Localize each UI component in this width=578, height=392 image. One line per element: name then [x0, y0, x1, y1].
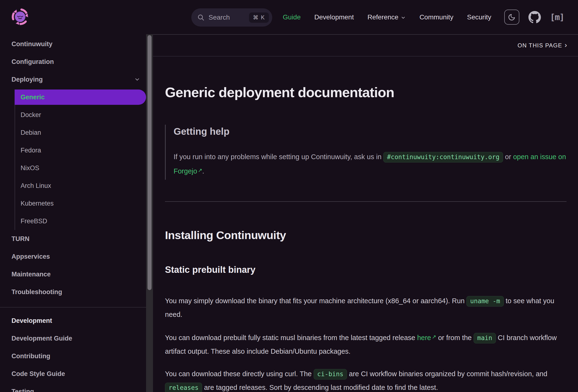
sidebar-item-troubleshooting[interactable]: Troubleshooting [0, 283, 146, 301]
article: Generic deployment documentation Getting… [153, 84, 578, 392]
on-this-page-label: ON THIS PAGE [518, 42, 562, 49]
uname-code: uname -m [466, 296, 504, 306]
sidebar-item-code-style-guide[interactable]: Code Style Guide [0, 365, 146, 383]
installing-heading: Installing Continuwuity [165, 228, 567, 242]
nav-link-reference[interactable]: Reference [368, 13, 406, 21]
sidebar-item-development-guide[interactable]: Development Guide [0, 330, 146, 347]
search-placeholder: Search [209, 14, 230, 21]
main-branch-code: main [474, 333, 496, 344]
matrix-room-code: #continuwuity:continuwuity.org [383, 152, 503, 163]
page-title: Generic deployment documentation [165, 84, 567, 100]
matrix-icon[interactable]: [m] [550, 12, 564, 22]
nav-link-development[interactable]: Development [314, 13, 354, 21]
releases-code: releases [165, 383, 202, 392]
sidebar-item-kubernetes[interactable]: Kubernetes [15, 195, 146, 212]
nav-link-community[interactable]: Community [420, 13, 453, 21]
sidebar-item-development[interactable]: Development [0, 312, 146, 330]
sidebar-item-deploying[interactable]: Deploying [0, 71, 146, 88]
sidebar-item-maintenance[interactable]: Maintenance [0, 265, 146, 283]
paragraph-curl: You can download these directly using cu… [165, 367, 567, 392]
sidebar-item-freebsd[interactable]: FreeBSD [15, 212, 146, 230]
sidebar-item-arch-linux[interactable]: Arch Linux [15, 177, 146, 195]
sidebar: Continuwuity Configuration Deploying Gen… [0, 34, 146, 392]
continuwuity-logo-icon[interactable] [10, 7, 30, 26]
theme-toggle-button[interactable] [504, 10, 519, 25]
getting-help-callout: Getting help If you run into any problem… [165, 125, 567, 180]
chevron-right-icon: › [565, 42, 567, 49]
sidebar-item-configuration[interactable]: Configuration [0, 53, 146, 71]
nav-links: Guide Development Reference Community Se… [283, 0, 491, 34]
search-input[interactable]: Search ⌘ K [191, 8, 272, 27]
sidebar-item-generic[interactable]: Generic [15, 89, 146, 105]
search-icon [197, 14, 205, 21]
moon-icon [508, 13, 516, 21]
sidebar-item-debian[interactable]: Debian [15, 124, 146, 141]
chevron-down-icon [134, 76, 140, 83]
sidebar-item-fedora[interactable]: Fedora [15, 141, 146, 159]
chevron-down-icon [401, 15, 406, 20]
sidebar-item-continuwuity[interactable]: Continuwuity [0, 35, 146, 53]
getting-help-text: If you run into any problems while setti… [174, 150, 567, 178]
nav-link-security[interactable]: Security [467, 13, 491, 21]
sidebar-scrollbar[interactable] [146, 34, 153, 392]
search-shortcut-badge: ⌘ K [249, 12, 269, 23]
static-binary-heading: Static prebuilt binary [165, 265, 567, 275]
release-here-link[interactable]: here [417, 334, 431, 342]
paragraph-uname: You may simply download the binary that … [165, 294, 567, 321]
sidebar-item-nixos[interactable]: NixOS [15, 159, 146, 177]
ci-bins-code: ci-bins [314, 369, 347, 380]
sidebar-item-testing[interactable]: Testing [0, 383, 146, 392]
external-link-arrow-icon: ↗ [198, 167, 202, 173]
on-this-page-toggle[interactable]: ON THIS PAGE › [153, 35, 578, 56]
github-icon[interactable] [529, 11, 541, 23]
sidebar-divider [0, 307, 146, 307]
main-content: ON THIS PAGE › Generic deployment docume… [153, 34, 578, 392]
nav-icon-group: [m] [504, 0, 564, 34]
sidebar-item-contributing[interactable]: Contributing [0, 347, 146, 365]
getting-help-heading: Getting help [174, 126, 567, 137]
sidebar-item-docker[interactable]: Docker [15, 106, 146, 124]
sidebar-item-appservices[interactable]: Appservices [0, 248, 146, 265]
deploying-submenu: Generic Docker Debian Fedora NixOS Arch … [15, 89, 146, 230]
sidebar-item-turn[interactable]: TURN [0, 230, 146, 248]
sidebar-scrollbar-thumb[interactable] [147, 35, 151, 290]
section-divider [165, 201, 567, 202]
paragraph-release: You can download prebuilt fully static m… [165, 330, 567, 358]
external-link-arrow-icon: ↗ [432, 334, 436, 340]
nav-link-guide[interactable]: Guide [283, 13, 301, 21]
top-nav: Search ⌘ K Guide Development Reference C… [0, 0, 578, 34]
